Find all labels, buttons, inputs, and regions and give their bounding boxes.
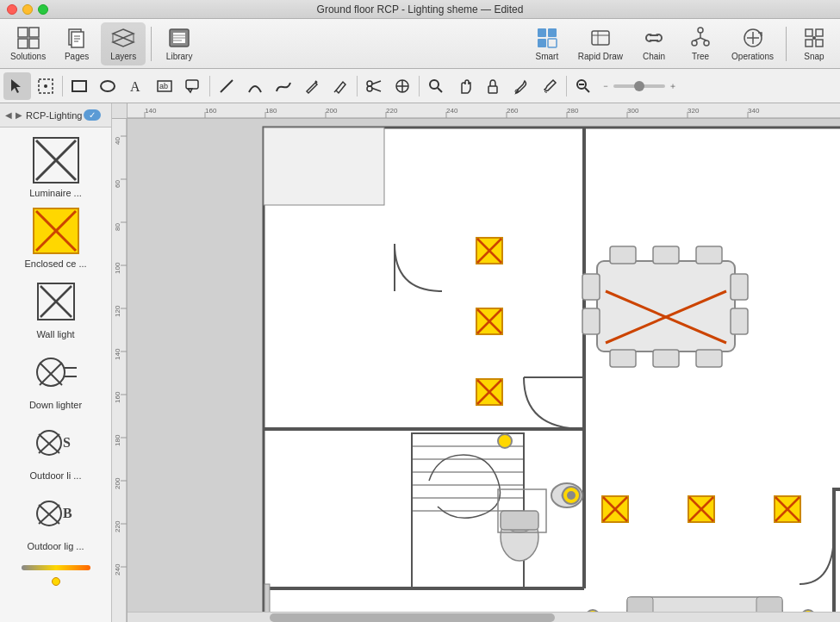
tool-select[interactable] [3,72,31,100]
close-button[interactable] [7,4,17,15]
maximize-button[interactable] [38,4,48,15]
tool-curve[interactable] [270,72,297,100]
horizontal-scrollbar[interactable] [128,612,840,622]
svg-rect-20 [538,39,546,47]
svg-text:200: 200 [114,477,121,489]
svg-rect-172 [756,597,782,612]
scrollbar-thumb-h[interactable] [270,613,555,622]
ruler-vertical: 40 60 80 100 120 140 160 180 200 220 [112,119,128,622]
svg-rect-162 [696,246,722,264]
outdoor-li-shape: S [30,417,82,469]
ruler-horizontal: 140 160 180 200 220 240 260 280 300 320 [128,103,840,119]
svg-line-54 [315,81,317,83]
tool-eyedropper[interactable] [507,72,535,100]
floor-plan-canvas[interactable] [128,119,840,612]
sidebar-forward[interactable]: ▶ [16,110,22,120]
sidebar-item-wall-light[interactable]: Wall light [3,276,108,339]
svg-rect-5 [72,32,84,47]
tool-pencil[interactable] [327,72,354,100]
sidebar-badge: ✓ [84,109,101,121]
svg-text:140: 140 [145,107,157,115]
svg-rect-164 [653,350,679,367]
sidebar-item-outdoor-li[interactable]: S Outdoor li ... [3,417,108,481]
tool-lock[interactable] [479,72,507,100]
zoom-minus[interactable]: － [601,80,610,92]
sidebar-header: ◀ ▶ RCP-Lighting ✓ [0,103,111,128]
sidebar-item-down-lighter[interactable]: Down lighter [3,346,108,410]
svg-rect-169 [731,308,748,334]
svg-text:260: 260 [507,107,519,115]
tool-ellipse[interactable] [94,72,121,100]
toolbar-layers[interactable]: Layers [101,22,146,65]
svg-line-35 [700,38,706,40]
minimize-button[interactable] [22,4,33,15]
canvas-area[interactable]: 140 160 180 200 220 240 260 280 300 320 [112,103,840,622]
svg-rect-39 [806,29,812,36]
svg-rect-167 [731,274,748,300]
svg-rect-65 [488,86,497,93]
zoom-slider-track[interactable] [613,84,665,88]
svg-rect-2 [18,39,28,48]
sidebar-item-outdoor-lig[interactable]: B Outdoor lig ... [3,488,108,551]
toolbar-pages[interactable]: Pages [54,22,99,65]
rapid-draw-label: Rapid Draw [578,52,623,61]
tool-pen[interactable] [298,72,326,100]
smart-icon [535,26,559,50]
svg-line-69 [585,88,589,92]
svg-text:320: 320 [688,107,700,115]
enclosed-ce-shape [30,205,82,257]
svg-text:B: B [63,506,72,520]
pages-icon [65,26,89,50]
toolbar-snap[interactable]: Snap [792,22,837,65]
tool-scissors[interactable] [360,72,388,100]
down-lighter-label: Down lighter [29,400,82,410]
tool-textbox[interactable]: ab [151,72,178,100]
tool-callout[interactable] [179,72,207,100]
tree-icon [688,26,712,50]
sidebar-back[interactable]: ◀ [5,110,12,120]
tool-brush[interactable] [536,72,563,100]
svg-line-34 [694,38,700,40]
svg-point-32 [704,40,709,46]
tree-label: Tree [692,52,709,61]
toolbar-rapid-draw[interactable]: Rapid Draw [571,22,630,65]
toolbar-library[interactable]: Library [157,22,202,65]
tool-arc[interactable] [241,72,269,100]
tool-search[interactable] [422,72,450,100]
tool-rect[interactable] [65,72,93,100]
tool-text[interactable]: A [122,72,150,100]
svg-rect-155 [501,511,538,530]
luminaire-shape [30,134,82,186]
toolbar-tree[interactable]: Tree [678,22,723,65]
toolbar-solutions[interactable]: Solutions [3,22,53,65]
draw-sep1 [62,76,63,96]
pages-label: Pages [65,52,89,61]
svg-rect-163 [610,350,636,367]
tool-zoom-out[interactable] [569,72,597,100]
operations-label: Operations [731,52,774,61]
svg-text:240: 240 [446,107,458,115]
svg-text:120: 120 [114,305,121,317]
toolbar-chain[interactable]: Chain [632,22,676,65]
down-lighter-shape [30,346,82,398]
sidebar-item-enclosed-ce[interactable]: Enclosed ce ... [3,205,108,269]
svg-text:100: 100 [114,262,121,274]
outdoor-lig-shape: B [30,488,82,539]
svg-marker-10 [113,38,134,47]
svg-text:80: 80 [114,223,121,231]
toolbar-operations[interactable]: Operations [725,22,781,65]
svg-text:240: 240 [114,563,121,575]
toolbar-smart[interactable]: Smart [525,22,569,65]
tool-select2[interactable] [32,72,59,100]
tool-hand[interactable] [451,72,478,100]
tool-format[interactable] [389,72,416,100]
color-dot [52,577,60,586]
main-toolbar: Solutions Pages Layers [0,19,840,69]
svg-text:ab: ab [159,82,168,90]
tool-line[interactable] [213,72,240,100]
draw-sep3 [357,76,358,96]
zoom-slider-thumb[interactable] [634,81,644,91]
sidebar-item-luminaire[interactable]: Luminaire ... [3,134,108,198]
svg-rect-41 [806,40,812,47]
zoom-plus[interactable]: ＋ [669,80,677,92]
